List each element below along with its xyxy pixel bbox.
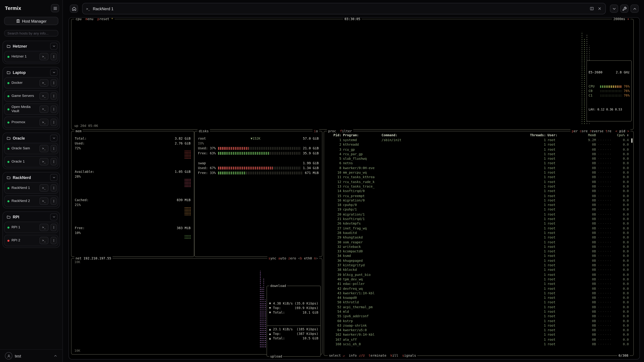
open-terminal-button[interactable]: >_	[40, 145, 48, 152]
process-row[interactable]: 6netns1root0B·······0.0	[327, 161, 630, 166]
open-terminal-button[interactable]: >_	[40, 105, 48, 113]
process-row[interactable]: 29khungtaskd1root0B·······0.0	[327, 235, 630, 240]
process-row[interactable]: 19cpuhp/11root0B·······0.0	[327, 207, 630, 212]
mem-panel-title[interactable]: mem	[74, 129, 83, 134]
process-row[interactable]: 52acpi_thermal_pm1root0B·······0.0	[327, 305, 630, 310]
host-menu-button[interactable]	[50, 224, 57, 231]
open-terminal-button[interactable]: >_	[40, 197, 48, 205]
proc-col-header[interactable]: Threads:	[530, 133, 546, 138]
disks-panel-title[interactable]: disks	[198, 129, 210, 134]
process-row[interactable]: 18cpuhp/01root0B·······0.0	[327, 203, 630, 207]
host-group-header[interactable]: Laptop	[4, 68, 58, 76]
process-row[interactable]: 15rcu_preempt1root0B·······0.0	[327, 194, 630, 198]
sidebar-menu-button[interactable]	[51, 4, 59, 12]
process-row[interactable]: 8kworker/0:0H-eve1root0B·······0.0	[327, 166, 630, 170]
process-row[interactable]: 50kthrotld1root0B·······0.0	[327, 300, 630, 305]
proc-col-header[interactable]: MemB	[572, 133, 596, 138]
tab-title[interactable]: RackNerd 1	[93, 6, 587, 11]
open-terminal-button[interactable]: >_	[40, 119, 48, 126]
open-terminal-button[interactable]: >_	[40, 237, 48, 244]
process-row[interactable]: 3rcu_gp1root0B·······0.0	[327, 147, 630, 152]
process-row[interactable]: 55ipv6_addrconf1root0B·······0.0	[327, 314, 630, 319]
process-row[interactable]: 26kdevtmpfs1root0B·······0.0	[327, 221, 630, 226]
search-input[interactable]	[4, 30, 58, 36]
process-row[interactable]: 60kstrp1root0B·······0.0	[327, 319, 630, 324]
process-row[interactable]: 2kthreadd1root0B·······0.0	[327, 143, 630, 147]
process-row[interactable]: 64kworker/u5:01root0B·······0.0	[327, 328, 630, 333]
open-terminal-button[interactable]: >_	[40, 224, 48, 231]
host-item[interactable]: Open Media Vault>_	[4, 103, 58, 115]
host-group-header[interactable]: Hetzner	[4, 42, 58, 50]
process-row[interactable]: 37kintegrityd1root0B·······0.0	[327, 263, 630, 268]
process-row[interactable]: 41edac-poller1root0B·······0.0	[327, 282, 630, 286]
process-row[interactable]: 33kcompactd01root0B·······0.0	[327, 249, 630, 254]
proc-footer[interactable]: select ↵ info ↲/U terminate kill signals	[328, 353, 417, 358]
process-row[interactable]: 1systemd/sbin/init1root9.2M·······0.4	[327, 138, 630, 143]
admin-tools-button[interactable]	[620, 4, 628, 13]
process-row[interactable]: 16migration/01root0B·······0.0	[327, 198, 630, 203]
host-item[interactable]: Docker>_	[4, 77, 58, 89]
host-item[interactable]: Proxmox>_	[4, 117, 58, 128]
host-item[interactable]: RackNerd 1>_	[4, 182, 58, 194]
host-group-header[interactable]: RPI	[4, 213, 58, 221]
process-row[interactable]: 4rcu_par_gp1root0B·······0.0	[327, 152, 630, 157]
process-row[interactable]: 38kblockd1root0B·······0.0	[327, 268, 630, 273]
split-view-icon[interactable]	[590, 6, 594, 10]
proc-col-header[interactable]	[598, 133, 612, 138]
process-row[interactable]: 13rcu_tasks_trace_1root0B·······0.0	[327, 184, 630, 189]
host-menu-button[interactable]	[50, 197, 57, 205]
chevron-down-icon[interactable]	[50, 69, 58, 76]
process-row[interactable]: 39blkcg_punt_bio1root0B·······0.0	[327, 272, 630, 277]
process-row[interactable]: 30oom_reaper1root0B·······0.0	[327, 240, 630, 245]
host-item[interactable]: RPI 1>_	[4, 222, 58, 233]
host-menu-button[interactable]	[50, 105, 57, 113]
net-options[interactable]: sync auto zero <b eth0 n>	[267, 256, 319, 261]
proc-panel-title[interactable]: proc filter	[327, 129, 353, 134]
process-row[interactable]: 20migration/11root0B·······0.0	[327, 212, 630, 217]
host-menu-button[interactable]	[50, 119, 57, 126]
process-row[interactable]: 44kswapd01root0B·······0.0	[327, 296, 630, 300]
process-row[interactable]: 21ksoftirqd/11root0B·······0.0	[327, 217, 630, 221]
scroll-down-button[interactable]	[610, 4, 618, 13]
host-menu-button[interactable]	[50, 184, 57, 192]
refresh-interval[interactable]: 2000ms +	[612, 17, 630, 21]
open-terminal-button[interactable]: >_	[40, 79, 48, 87]
process-row[interactable]: 14ksoftirqd/01root0B·······0.0	[327, 189, 630, 194]
proc-col-header[interactable]: Cpu% ↑	[613, 133, 629, 138]
host-item[interactable]: Hetzner 1>_	[4, 51, 58, 62]
host-group-header[interactable]: Oracle	[4, 134, 58, 142]
open-terminal-button[interactable]: >_	[40, 53, 48, 60]
chevron-down-icon[interactable]	[50, 43, 58, 50]
host-menu-button[interactable]	[50, 237, 57, 244]
proc-col-header[interactable]: Command:	[382, 133, 528, 138]
host-item[interactable]: RackNerd 2>_	[4, 195, 58, 207]
open-terminal-button[interactable]: >_	[40, 184, 48, 192]
chevron-down-icon[interactable]	[50, 135, 58, 142]
host-item[interactable]: Oracle 1>_	[4, 156, 58, 168]
host-menu-button[interactable]	[50, 92, 57, 100]
process-row[interactable]: 168scsi_eh_01root0B·······0.0	[327, 342, 630, 347]
proc-options[interactable]: per core reverse tre < pid >	[570, 129, 630, 134]
user-footer[interactable]: test	[0, 349, 62, 362]
proc-col-header[interactable]: User:	[548, 133, 570, 138]
process-row[interactable]: 34ksmd1root0B·······0.0	[327, 254, 630, 259]
scroll-up-button[interactable]	[630, 4, 639, 13]
process-row[interactable]: 32writeback1root0B·······0.0	[327, 245, 630, 249]
process-row[interactable]: 54mld1root0B·······0.0	[327, 309, 630, 314]
process-row[interactable]: 167ata_sff1root0B·······0.0	[327, 337, 630, 342]
host-item[interactable]: RPI 2>_	[4, 235, 58, 246]
process-row[interactable]: 36khugepaged1root0B·······0.0	[327, 258, 630, 263]
net-panel-title[interactable]: net 192.210.197.55	[74, 256, 112, 261]
process-row[interactable]: 63zswap-shrink1root0B·······0.0	[327, 323, 630, 328]
open-terminal-button[interactable]: >_	[40, 158, 48, 165]
chevron-down-icon[interactable]	[50, 174, 58, 181]
process-row[interactable]: 12rcu_tasks_rude_k1root0B·······0.0	[327, 180, 630, 184]
host-group-header[interactable]: RackNerd	[4, 174, 58, 182]
process-row[interactable]: 43kworker/1:1H-kbl1root0B·······0.0	[327, 291, 630, 296]
open-terminal-button[interactable]: >_	[40, 92, 48, 100]
host-menu-button[interactable]	[50, 53, 57, 60]
home-button[interactable]	[70, 4, 78, 13]
process-row[interactable]: 162kworker/0:1H-kbl1root0B·······0.0	[327, 333, 630, 337]
host-menu-button[interactable]	[50, 145, 57, 152]
cpu-panel-title[interactable]: cpu menu preset *	[74, 17, 114, 21]
